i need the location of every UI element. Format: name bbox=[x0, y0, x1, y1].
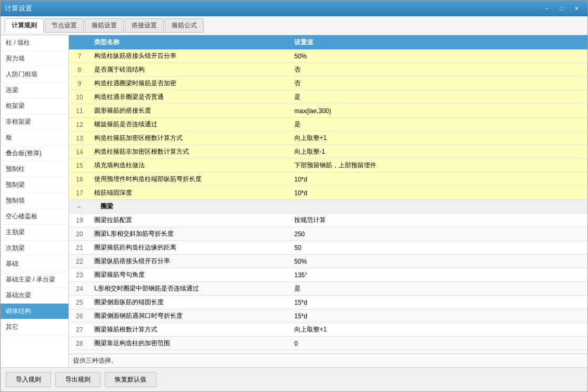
import-button[interactable]: 导入规则 bbox=[6, 372, 51, 387]
row-number: 9 bbox=[69, 77, 90, 91]
col-value-header: 设置值 bbox=[290, 35, 587, 49]
row-name: 构造柱遇非圈梁是否贯通 bbox=[90, 91, 290, 104]
row-name: 圈梁纵筋搭接头错开百分率 bbox=[90, 255, 290, 268]
row-name: 螺旋箍筋是否连续通过 bbox=[90, 118, 290, 132]
tab-connect-settings[interactable]: 搭接设置 bbox=[125, 18, 164, 33]
tab-calc-rules[interactable]: 计算规则 bbox=[5, 18, 44, 33]
sidebar-item-civil-defense[interactable]: 人防门框墙 bbox=[1, 67, 68, 83]
close-button[interactable]: ✕ bbox=[570, 3, 583, 14]
row-name: 构造柱纵筋搭接头错开百分率 bbox=[90, 49, 290, 63]
row-number: 7 bbox=[69, 49, 90, 63]
row-number: − bbox=[69, 200, 90, 214]
row-name: 圈梁侧面钢筋遇洞口时弯折长度 bbox=[90, 309, 290, 323]
sidebar-item-precast-wall[interactable]: 预制墙 bbox=[1, 193, 68, 209]
settings-table: 类型名称 设置值 7构造柱纵筋搭接头错开百分率50%8是否属于砖混结构否9构造柱… bbox=[69, 35, 587, 354]
sidebar-item-foundation[interactable]: 基础 bbox=[1, 256, 68, 272]
row-name: 圈梁靠近构造柱的加密范围 bbox=[90, 337, 290, 350]
table-row[interactable]: 17植筋锚固深度10*d bbox=[69, 186, 587, 200]
table-row[interactable]: 27圈梁箍筋根数计算方式向上取整+1 bbox=[69, 323, 587, 337]
row-number: 24 bbox=[69, 282, 90, 296]
export-button[interactable]: 导出规则 bbox=[55, 372, 101, 387]
row-name: 填充墙构造柱做法 bbox=[90, 159, 290, 173]
table-row[interactable]: 14构造柱箍筋非加密区根数计算方式向上取整-1 bbox=[69, 145, 587, 159]
table-row[interactable]: 16使用预埋件时构造柱端部纵筋弯折长度10*d bbox=[69, 173, 587, 186]
row-name: 圈梁箍筋弯勾角度 bbox=[90, 268, 290, 282]
maximize-button[interactable]: □ bbox=[555, 3, 569, 14]
row-value: 否 bbox=[290, 63, 587, 77]
table-row[interactable]: 22圈梁纵筋搭接头错开百分率50% bbox=[69, 255, 587, 268]
table-row[interactable]: 13构造柱箍筋加密区根数计算方式向上取整+1 bbox=[69, 132, 587, 145]
tab-node-settings[interactable]: 节点设置 bbox=[45, 18, 84, 33]
sidebar-item-non-frame-beam[interactable]: 非框架梁 bbox=[1, 114, 68, 130]
hint-bar: 提供三种选择。 bbox=[69, 354, 587, 367]
tab-stirrup-settings[interactable]: 箍筋设置 bbox=[85, 18, 124, 33]
tab-stirrup-formula[interactable]: 箍筋公式 bbox=[165, 18, 204, 33]
row-name: 构造柱箍筋非加密区根数计算方式 bbox=[90, 145, 290, 159]
content-area: 柱 / 墙柱剪力墙人防门框墙连梁框架梁非框架梁板叠合板(整厚)预制柱预制梁预制墙… bbox=[1, 35, 587, 367]
row-name: 构造柱箍筋加密区根数计算方式 bbox=[90, 132, 290, 145]
sidebar-item-masonry[interactable]: 砌体结构 bbox=[1, 304, 68, 319]
row-number: 26 bbox=[69, 309, 90, 323]
sidebar-item-shear-wall[interactable]: 剪力墙 bbox=[1, 51, 68, 67]
row-number: 21 bbox=[69, 241, 90, 255]
table-row[interactable]: 11圆形箍筋的搭接长度max(lae,300) bbox=[69, 104, 587, 118]
sidebar-item-link-beam[interactable]: 连梁 bbox=[1, 83, 68, 98]
sidebar-item-frame-beam[interactable]: 框架梁 bbox=[1, 98, 68, 114]
table-row[interactable]: 26圈梁侧面钢筋遇洞口时弯折长度15*d bbox=[69, 309, 587, 323]
row-value: 135° bbox=[290, 268, 587, 282]
row-number: 25 bbox=[69, 296, 90, 309]
row-value: 250 bbox=[290, 227, 587, 241]
sidebar-item-other[interactable]: 其它 bbox=[1, 319, 68, 335]
table-row[interactable]: 19圈梁拉筋配置按规范计算 bbox=[69, 214, 587, 227]
sidebar-item-foundation-main[interactable]: 基础主梁 / 承台梁 bbox=[1, 272, 68, 288]
table-container[interactable]: 类型名称 设置值 7构造柱纵筋搭接头错开百分率50%8是否属于砖混结构否9构造柱… bbox=[69, 35, 587, 354]
table-row[interactable]: 12螺旋箍筋是否连续通过是 bbox=[69, 118, 587, 132]
title-bar: 计算设置 − □ ✕ bbox=[1, 1, 587, 16]
table-row[interactable]: 23圈梁箍筋弯勾角度135° bbox=[69, 268, 587, 282]
sidebar-item-foundation-sub[interactable]: 基础次梁 bbox=[1, 288, 68, 304]
sidebar-item-precast-beam[interactable]: 预制梁 bbox=[1, 177, 68, 193]
table-row[interactable]: 7构造柱纵筋搭接头错开百分率50% bbox=[69, 49, 587, 63]
table-row[interactable]: 20圈梁L形相交斜加筋弯折长度250 bbox=[69, 227, 587, 241]
tab-bar: 计算规则节点设置箍筋设置搭接设置箍筋公式 bbox=[1, 16, 587, 35]
row-name: 构造柱遇圈梁时箍筋是否加密 bbox=[90, 77, 290, 91]
reset-button[interactable]: 恢复默认值 bbox=[105, 372, 156, 387]
row-value: 0 bbox=[290, 337, 587, 350]
hint-text: 提供三种选择。 bbox=[73, 357, 117, 364]
table-row[interactable]: 9构造柱遇圈梁时箍筋是否加密否 bbox=[69, 77, 587, 91]
row-name: 圈梁箍筋根数计算方式 bbox=[90, 323, 290, 337]
row-value: 向上取整+1 bbox=[290, 132, 587, 145]
sidebar-item-precast-col[interactable]: 预制柱 bbox=[1, 162, 68, 177]
row-number: 14 bbox=[69, 145, 90, 159]
row-number: 28 bbox=[69, 337, 90, 350]
sidebar-item-col[interactable]: 柱 / 墙柱 bbox=[1, 35, 68, 51]
table-row[interactable]: 8是否属于砖混结构否 bbox=[69, 63, 587, 77]
row-name: 是否属于砖混结构 bbox=[90, 63, 290, 77]
row-value: 按规范计算 bbox=[290, 214, 587, 227]
sidebar-item-hollow-floor[interactable]: 空心楼盖板 bbox=[1, 209, 68, 225]
table-row[interactable]: 25圈梁侧面纵筋的锚固长度15*d bbox=[69, 296, 587, 309]
row-name: 圈梁拉筋配置 bbox=[90, 214, 290, 227]
table-row[interactable]: 15填充墙构造柱做法下部预留钢筋，上部预留埋件 bbox=[69, 159, 587, 173]
row-value: 50% bbox=[290, 255, 587, 268]
table-row[interactable]: 10构造柱遇非圈梁是否贯通是 bbox=[69, 91, 587, 104]
row-value: max(lae,300) bbox=[290, 104, 587, 118]
table-row[interactable]: 24L形相交时圈梁中部钢筋是否连续通过是 bbox=[69, 282, 587, 296]
minimize-button[interactable]: − bbox=[540, 3, 554, 14]
row-number: 16 bbox=[69, 173, 90, 186]
sidebar-item-composite-slab[interactable]: 叠合板(整厚) bbox=[1, 146, 68, 162]
row-value: 向上取整+1 bbox=[290, 323, 587, 337]
sidebar-item-sub-rib[interactable]: 次肋梁 bbox=[1, 240, 68, 256]
table-row[interactable]: −圈梁 bbox=[69, 200, 587, 214]
sidebar-item-slab[interactable]: 板 bbox=[1, 130, 68, 146]
row-value: 10*d bbox=[290, 186, 587, 200]
row-name: 圈梁 bbox=[90, 200, 587, 214]
window-title: 计算设置 bbox=[5, 4, 32, 13]
row-number: 10 bbox=[69, 91, 90, 104]
table-row[interactable]: 21圈梁箍筋距构造柱边缘的距离50 bbox=[69, 241, 587, 255]
sidebar-item-main-rib[interactable]: 主肋梁 bbox=[1, 225, 68, 240]
table-row[interactable]: 28圈梁靠近构造柱的加密范围0 bbox=[69, 337, 587, 350]
footer: 导入规则 导出规则 恢复默认值 bbox=[1, 367, 587, 391]
row-value: 向上取整-1 bbox=[290, 145, 587, 159]
row-name: 圈梁箍筋距构造柱边缘的距离 bbox=[90, 241, 290, 255]
